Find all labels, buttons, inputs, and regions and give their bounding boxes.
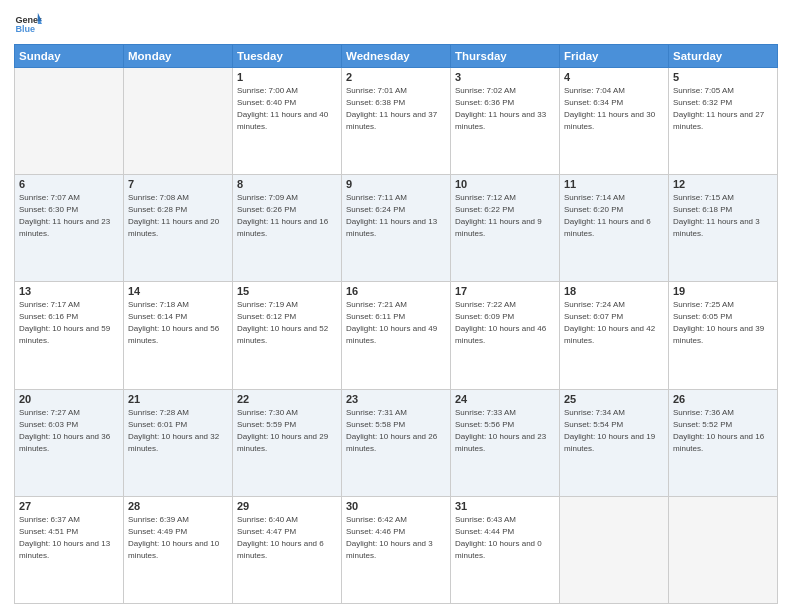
day-info: Sunrise: 6:42 AMSunset: 4:46 PMDaylight:… (346, 514, 446, 562)
day-info: Sunrise: 7:07 AMSunset: 6:30 PMDaylight:… (19, 192, 119, 240)
day-number: 29 (237, 500, 337, 512)
day-info: Sunrise: 7:28 AMSunset: 6:01 PMDaylight:… (128, 407, 228, 455)
day-cell: 14Sunrise: 7:18 AMSunset: 6:14 PMDayligh… (124, 282, 233, 389)
day-cell: 18Sunrise: 7:24 AMSunset: 6:07 PMDayligh… (560, 282, 669, 389)
weekday-header-sunday: Sunday (15, 45, 124, 68)
day-number: 23 (346, 393, 446, 405)
logo: General Blue (14, 10, 42, 38)
day-number: 30 (346, 500, 446, 512)
day-cell: 20Sunrise: 7:27 AMSunset: 6:03 PMDayligh… (15, 389, 124, 496)
day-number: 14 (128, 285, 228, 297)
day-info: Sunrise: 6:43 AMSunset: 4:44 PMDaylight:… (455, 514, 555, 562)
day-number: 6 (19, 178, 119, 190)
header: General Blue (14, 10, 778, 38)
day-info: Sunrise: 7:22 AMSunset: 6:09 PMDaylight:… (455, 299, 555, 347)
day-info: Sunrise: 7:01 AMSunset: 6:38 PMDaylight:… (346, 85, 446, 133)
day-info: Sunrise: 7:08 AMSunset: 6:28 PMDaylight:… (128, 192, 228, 240)
day-info: Sunrise: 7:04 AMSunset: 6:34 PMDaylight:… (564, 85, 664, 133)
day-info: Sunrise: 7:00 AMSunset: 6:40 PMDaylight:… (237, 85, 337, 133)
day-info: Sunrise: 6:37 AMSunset: 4:51 PMDaylight:… (19, 514, 119, 562)
day-info: Sunrise: 7:25 AMSunset: 6:05 PMDaylight:… (673, 299, 773, 347)
day-number: 1 (237, 71, 337, 83)
day-info: Sunrise: 7:33 AMSunset: 5:56 PMDaylight:… (455, 407, 555, 455)
day-cell: 28Sunrise: 6:39 AMSunset: 4:49 PMDayligh… (124, 496, 233, 603)
day-cell (669, 496, 778, 603)
day-number: 21 (128, 393, 228, 405)
day-cell: 26Sunrise: 7:36 AMSunset: 5:52 PMDayligh… (669, 389, 778, 496)
weekday-header-thursday: Thursday (451, 45, 560, 68)
day-cell: 24Sunrise: 7:33 AMSunset: 5:56 PMDayligh… (451, 389, 560, 496)
day-info: Sunrise: 7:12 AMSunset: 6:22 PMDaylight:… (455, 192, 555, 240)
day-cell: 16Sunrise: 7:21 AMSunset: 6:11 PMDayligh… (342, 282, 451, 389)
week-row-5: 27Sunrise: 6:37 AMSunset: 4:51 PMDayligh… (15, 496, 778, 603)
day-number: 5 (673, 71, 773, 83)
day-number: 2 (346, 71, 446, 83)
day-number: 19 (673, 285, 773, 297)
day-number: 15 (237, 285, 337, 297)
day-number: 17 (455, 285, 555, 297)
day-info: Sunrise: 7:11 AMSunset: 6:24 PMDaylight:… (346, 192, 446, 240)
week-row-2: 6Sunrise: 7:07 AMSunset: 6:30 PMDaylight… (15, 175, 778, 282)
day-cell: 5Sunrise: 7:05 AMSunset: 6:32 PMDaylight… (669, 68, 778, 175)
day-cell: 23Sunrise: 7:31 AMSunset: 5:58 PMDayligh… (342, 389, 451, 496)
day-number: 28 (128, 500, 228, 512)
day-number: 26 (673, 393, 773, 405)
day-number: 25 (564, 393, 664, 405)
weekday-header-friday: Friday (560, 45, 669, 68)
day-info: Sunrise: 7:30 AMSunset: 5:59 PMDaylight:… (237, 407, 337, 455)
day-info: Sunrise: 6:39 AMSunset: 4:49 PMDaylight:… (128, 514, 228, 562)
day-number: 31 (455, 500, 555, 512)
day-cell: 3Sunrise: 7:02 AMSunset: 6:36 PMDaylight… (451, 68, 560, 175)
day-number: 3 (455, 71, 555, 83)
day-info: Sunrise: 7:18 AMSunset: 6:14 PMDaylight:… (128, 299, 228, 347)
day-cell: 2Sunrise: 7:01 AMSunset: 6:38 PMDaylight… (342, 68, 451, 175)
week-row-3: 13Sunrise: 7:17 AMSunset: 6:16 PMDayligh… (15, 282, 778, 389)
day-cell: 6Sunrise: 7:07 AMSunset: 6:30 PMDaylight… (15, 175, 124, 282)
day-number: 13 (19, 285, 119, 297)
day-number: 18 (564, 285, 664, 297)
day-cell: 13Sunrise: 7:17 AMSunset: 6:16 PMDayligh… (15, 282, 124, 389)
day-number: 12 (673, 178, 773, 190)
day-cell (124, 68, 233, 175)
day-number: 7 (128, 178, 228, 190)
svg-text:Blue: Blue (15, 24, 35, 34)
day-number: 9 (346, 178, 446, 190)
week-row-4: 20Sunrise: 7:27 AMSunset: 6:03 PMDayligh… (15, 389, 778, 496)
day-cell: 30Sunrise: 6:42 AMSunset: 4:46 PMDayligh… (342, 496, 451, 603)
weekday-header-wednesday: Wednesday (342, 45, 451, 68)
day-info: Sunrise: 6:40 AMSunset: 4:47 PMDaylight:… (237, 514, 337, 562)
day-info: Sunrise: 7:31 AMSunset: 5:58 PMDaylight:… (346, 407, 446, 455)
weekday-header-row: SundayMondayTuesdayWednesdayThursdayFrid… (15, 45, 778, 68)
day-cell: 9Sunrise: 7:11 AMSunset: 6:24 PMDaylight… (342, 175, 451, 282)
day-number: 24 (455, 393, 555, 405)
day-number: 22 (237, 393, 337, 405)
day-number: 27 (19, 500, 119, 512)
weekday-header-monday: Monday (124, 45, 233, 68)
calendar-table: SundayMondayTuesdayWednesdayThursdayFrid… (14, 44, 778, 604)
day-info: Sunrise: 7:09 AMSunset: 6:26 PMDaylight:… (237, 192, 337, 240)
day-cell (560, 496, 669, 603)
day-cell: 22Sunrise: 7:30 AMSunset: 5:59 PMDayligh… (233, 389, 342, 496)
day-info: Sunrise: 7:34 AMSunset: 5:54 PMDaylight:… (564, 407, 664, 455)
day-cell: 19Sunrise: 7:25 AMSunset: 6:05 PMDayligh… (669, 282, 778, 389)
day-info: Sunrise: 7:05 AMSunset: 6:32 PMDaylight:… (673, 85, 773, 133)
day-info: Sunrise: 7:17 AMSunset: 6:16 PMDaylight:… (19, 299, 119, 347)
day-info: Sunrise: 7:14 AMSunset: 6:20 PMDaylight:… (564, 192, 664, 240)
day-cell: 8Sunrise: 7:09 AMSunset: 6:26 PMDaylight… (233, 175, 342, 282)
weekday-header-saturday: Saturday (669, 45, 778, 68)
day-number: 11 (564, 178, 664, 190)
day-info: Sunrise: 7:24 AMSunset: 6:07 PMDaylight:… (564, 299, 664, 347)
day-number: 10 (455, 178, 555, 190)
week-row-1: 1Sunrise: 7:00 AMSunset: 6:40 PMDaylight… (15, 68, 778, 175)
day-cell: 21Sunrise: 7:28 AMSunset: 6:01 PMDayligh… (124, 389, 233, 496)
day-info: Sunrise: 7:15 AMSunset: 6:18 PMDaylight:… (673, 192, 773, 240)
day-cell: 29Sunrise: 6:40 AMSunset: 4:47 PMDayligh… (233, 496, 342, 603)
day-cell: 12Sunrise: 7:15 AMSunset: 6:18 PMDayligh… (669, 175, 778, 282)
page: General Blue SundayMondayTuesdayWednesda… (0, 0, 792, 612)
day-info: Sunrise: 7:19 AMSunset: 6:12 PMDaylight:… (237, 299, 337, 347)
day-cell: 4Sunrise: 7:04 AMSunset: 6:34 PMDaylight… (560, 68, 669, 175)
day-cell: 25Sunrise: 7:34 AMSunset: 5:54 PMDayligh… (560, 389, 669, 496)
day-cell: 7Sunrise: 7:08 AMSunset: 6:28 PMDaylight… (124, 175, 233, 282)
day-info: Sunrise: 7:36 AMSunset: 5:52 PMDaylight:… (673, 407, 773, 455)
day-cell: 27Sunrise: 6:37 AMSunset: 4:51 PMDayligh… (15, 496, 124, 603)
